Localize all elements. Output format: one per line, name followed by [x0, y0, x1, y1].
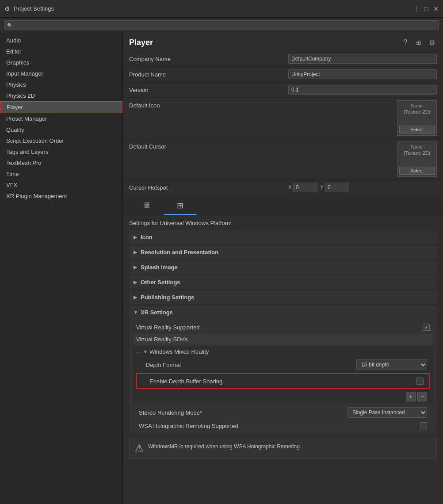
- icon-section-label: Icon: [141, 234, 153, 241]
- version-input[interactable]: [288, 85, 437, 95]
- stereo-rendering-row: Stereo Rendering Mode* Single Pass Insta…: [134, 405, 432, 420]
- product-name-input[interactable]: [288, 69, 437, 79]
- sidebar-item-physics-2d[interactable]: Physics 2D: [0, 90, 122, 101]
- icon-section-header[interactable]: ▶ Icon: [129, 230, 437, 244]
- title-bar-controls[interactable]: ⋮ □ ✕: [413, 5, 439, 12]
- sidebar-item-textmesh-pro[interactable]: TextMesh Pro: [0, 157, 122, 168]
- other-settings-section: ▶ Other Settings: [129, 275, 437, 289]
- depth-format-label: Depth Format: [139, 362, 353, 368]
- tab-uwp[interactable]: ⊞: [164, 197, 197, 215]
- publishing-arrow: ▶: [134, 295, 138, 300]
- wmr-section: — ▼ Windows Mixed Reality Depth Format 1…: [134, 346, 432, 403]
- gear-icon: ⚙: [4, 5, 10, 12]
- uwp-settings-label: Settings for Universal Windows Platform: [123, 215, 443, 229]
- xr-settings-label: XR Settings: [141, 309, 173, 316]
- xr-arrow: ▼: [134, 310, 138, 315]
- publishing-section-header[interactable]: ▶ Publishing Settings: [129, 290, 437, 304]
- default-cursor-label: Default Cursor: [129, 141, 288, 150]
- help-icon[interactable]: ?: [401, 38, 410, 47]
- version-label: Version: [129, 87, 288, 93]
- stereo-rendering-label: Stereo Rendering Mode*: [139, 409, 344, 416]
- splash-section-header[interactable]: ▶ Splash Image: [129, 260, 437, 274]
- other-settings-header[interactable]: ▶ Other Settings: [129, 275, 437, 289]
- resolution-section-header[interactable]: ▶ Resolution and Presentation: [129, 245, 437, 259]
- wsa-remoting-checkbox[interactable]: [420, 422, 427, 429]
- sidebar-item-vfx[interactable]: VFX: [0, 179, 122, 191]
- sidebar-item-audio[interactable]: Audio: [0, 35, 122, 46]
- hotspot-x-input[interactable]: [293, 183, 317, 192]
- default-cursor-select-btn[interactable]: Select: [399, 167, 435, 175]
- sidebar-item-physics[interactable]: Physics: [0, 79, 122, 90]
- sidebar-item-player[interactable]: Player: [0, 101, 122, 113]
- company-name-row: Company Name: [123, 51, 443, 67]
- company-name-input[interactable]: [288, 54, 437, 64]
- cursor-hotspot-row: Cursor Hotspot X Y: [123, 180, 443, 195]
- version-value[interactable]: [288, 85, 437, 95]
- wsa-remoting-label: WSA Holographic Remoting Supported: [139, 423, 416, 429]
- wmr-header[interactable]: — ▼ Windows Mixed Reality: [134, 346, 432, 357]
- default-icon-label: Default Icon: [129, 100, 288, 109]
- wmr-title: Windows Mixed Reality: [149, 348, 209, 355]
- hotspot-y-input[interactable]: [325, 183, 349, 192]
- xr-settings-header[interactable]: ▼ XR Settings: [129, 305, 437, 319]
- settings-icon[interactable]: ⚙: [427, 38, 437, 47]
- product-name-row: Product Name: [123, 67, 443, 82]
- cursor-hotspot-label: Cursor Hotspot: [129, 184, 288, 191]
- default-cursor-none-text: None(Texture 2D): [404, 144, 431, 157]
- wmr-dash: —: [136, 349, 141, 355]
- stereo-rendering-select[interactable]: Single Pass Instanced: [348, 407, 427, 418]
- add-remove-row: + −: [134, 390, 432, 403]
- remove-btn[interactable]: −: [417, 392, 427, 401]
- depth-format-select[interactable]: 16-bit depth: [356, 359, 427, 370]
- platform-tabs: 🖥 ⊞: [123, 197, 443, 215]
- resolution-section-label: Resolution and Presentation: [141, 249, 218, 256]
- sidebar: Audio Editor Graphics Input Manager Phys…: [0, 33, 123, 504]
- default-cursor-preview: None(Texture 2D) Select: [397, 141, 437, 177]
- wmr-arrow: ▼: [143, 349, 148, 354]
- enable-depth-label: Enable Depth Buffer Sharing: [142, 378, 413, 385]
- header-icons: ? ⊞ ⚙: [401, 38, 437, 47]
- xr-settings-section: ▼ XR Settings Virtual Reality Supported …: [129, 305, 437, 434]
- enable-depth-checkbox[interactable]: [416, 378, 424, 385]
- sidebar-item-script-execution-order[interactable]: Script Execution Order: [0, 135, 122, 146]
- publishing-section: ▶ Publishing Settings: [129, 290, 437, 304]
- close-btn[interactable]: ✕: [432, 5, 439, 12]
- restore-btn[interactable]: □: [423, 5, 430, 12]
- vr-supported-checkbox[interactable]: ✓: [423, 324, 430, 331]
- search-wrapper: [4, 20, 439, 30]
- layout-icon[interactable]: ⊞: [414, 38, 424, 47]
- add-btn[interactable]: +: [406, 392, 416, 401]
- title-bar: ⚙ Project Settings ⋮ □ ✕: [0, 0, 443, 18]
- company-name-value[interactable]: [288, 54, 437, 64]
- tab-standalone[interactable]: 🖥: [129, 197, 164, 215]
- sidebar-item-preset-manager[interactable]: Preset Manager: [0, 113, 122, 124]
- splash-section: ▶ Splash Image: [129, 260, 437, 274]
- main-layout: Audio Editor Graphics Input Manager Phys…: [0, 33, 443, 504]
- sidebar-item-input-manager[interactable]: Input Manager: [0, 68, 122, 79]
- icon-arrow: ▶: [134, 235, 138, 240]
- search-input[interactable]: [4, 20, 439, 30]
- more-options-btn[interactable]: ⋮: [413, 5, 420, 12]
- x-label: X: [288, 184, 292, 191]
- wsa-remoting-row: WSA Holographic Remoting Supported: [134, 420, 432, 431]
- warning-icon: ⚠: [135, 443, 144, 454]
- depth-format-row: Depth Format 16-bit depth: [134, 357, 432, 372]
- y-label: Y: [320, 184, 324, 191]
- sidebar-item-graphics[interactable]: Graphics: [0, 57, 122, 68]
- resolution-arrow: ▶: [134, 250, 138, 255]
- resolution-section: ▶ Resolution and Presentation: [129, 245, 437, 259]
- sidebar-item-xr-plugin-management[interactable]: XR Plugin Management: [0, 191, 122, 202]
- vr-sdks-label: Virtual Reality SDKs: [134, 334, 432, 344]
- icon-section: ▶ Icon: [129, 230, 437, 244]
- sidebar-item-quality[interactable]: Quality: [0, 124, 122, 135]
- cursor-hotspot-inputs: X Y: [288, 183, 349, 192]
- product-name-value[interactable]: [288, 69, 437, 79]
- content-header: Player ? ⊞ ⚙: [123, 33, 443, 51]
- sidebar-item-tags-and-layers[interactable]: Tags and Layers: [0, 146, 122, 157]
- default-icon-row: Default Icon None(Texture 2D) Select: [123, 98, 443, 139]
- default-icon-select-btn[interactable]: Select: [399, 126, 435, 134]
- default-icon-none-text: None(Texture 2D): [404, 103, 431, 115]
- sidebar-item-time[interactable]: Time: [0, 168, 122, 179]
- sidebar-item-editor[interactable]: Editor: [0, 46, 122, 57]
- splash-section-label: Splash Image: [141, 264, 178, 271]
